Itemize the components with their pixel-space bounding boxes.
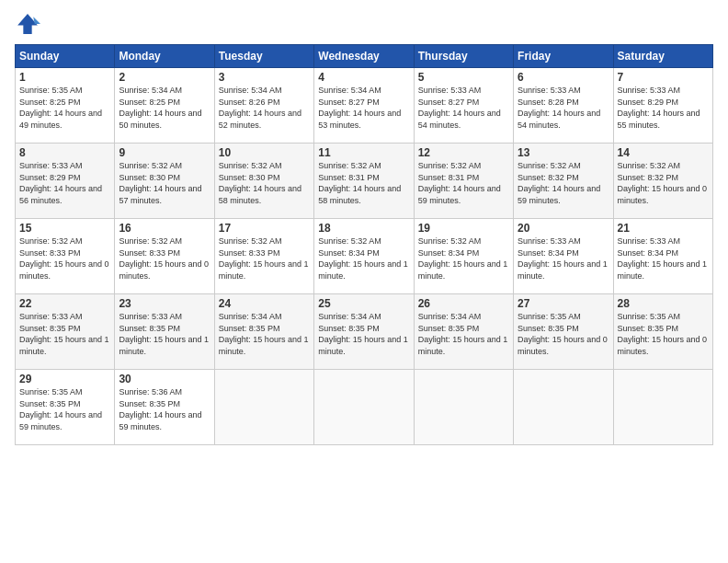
day-info: Sunrise: 5:33 AMSunset: 8:34 PMDaylight:… — [518, 236, 608, 281]
day-number: 9 — [119, 146, 210, 159]
week-row-5: 29 Sunrise: 5:35 AMSunset: 8:35 PMDaylig… — [16, 370, 713, 445]
day-info: Sunrise: 5:33 AMSunset: 8:28 PMDaylight:… — [518, 86, 600, 130]
day-info: Sunrise: 5:34 AMSunset: 8:35 PMDaylight:… — [418, 312, 508, 356]
calendar-cell: 18 Sunrise: 5:32 AMSunset: 8:34 PMDaylig… — [314, 219, 414, 294]
calendar-cell: 3 Sunrise: 5:34 AMSunset: 8:26 PMDayligh… — [214, 68, 313, 144]
calendar-cell: 14 Sunrise: 5:32 AMSunset: 8:32 PMDaylig… — [613, 144, 712, 219]
day-number: 10 — [219, 146, 310, 159]
day-number: 19 — [418, 222, 509, 235]
day-info: Sunrise: 5:32 AMSunset: 8:33 PMDaylight:… — [19, 236, 109, 281]
day-info: Sunrise: 5:35 AMSunset: 8:35 PMDaylight:… — [518, 312, 608, 356]
weekday-header-row: SundayMondayTuesdayWednesdayThursdayFrid… — [16, 45, 713, 68]
weekday-header-wednesday: Wednesday — [314, 45, 414, 68]
calendar-cell: 13 Sunrise: 5:32 AMSunset: 8:32 PMDaylig… — [514, 144, 613, 219]
calendar-cell: 24 Sunrise: 5:34 AMSunset: 8:35 PMDaylig… — [214, 294, 313, 370]
day-number: 15 — [19, 222, 110, 235]
week-row-3: 15 Sunrise: 5:32 AMSunset: 8:33 PMDaylig… — [16, 219, 713, 294]
day-info: Sunrise: 5:34 AMSunset: 8:35 PMDaylight:… — [219, 312, 309, 356]
day-info: Sunrise: 5:32 AMSunset: 8:33 PMDaylight:… — [219, 236, 309, 281]
calendar-cell — [314, 370, 414, 445]
day-number: 30 — [119, 373, 210, 385]
day-info: Sunrise: 5:33 AMSunset: 8:27 PMDaylight:… — [418, 86, 501, 130]
day-info: Sunrise: 5:33 AMSunset: 8:35 PMDaylight:… — [119, 312, 209, 356]
calendar-cell: 12 Sunrise: 5:32 AMSunset: 8:31 PMDaylig… — [414, 144, 513, 219]
calendar-cell: 7 Sunrise: 5:33 AMSunset: 8:29 PMDayligh… — [613, 68, 712, 144]
calendar-cell: 9 Sunrise: 5:32 AMSunset: 8:30 PMDayligh… — [115, 144, 214, 219]
svg-marker-0 — [17, 14, 38, 34]
day-info: Sunrise: 5:32 AMSunset: 8:32 PMDaylight:… — [618, 161, 708, 205]
day-info: Sunrise: 5:36 AMSunset: 8:35 PMDaylight:… — [119, 387, 201, 431]
calendar-cell — [613, 370, 712, 445]
day-info: Sunrise: 5:35 AMSunset: 8:25 PMDaylight:… — [19, 86, 102, 130]
day-number: 20 — [518, 222, 609, 235]
calendar-table: SundayMondayTuesdayWednesdayThursdayFrid… — [15, 44, 713, 445]
calendar-cell: 30 Sunrise: 5:36 AMSunset: 8:35 PMDaylig… — [115, 370, 214, 445]
calendar-cell: 29 Sunrise: 5:35 AMSunset: 8:35 PMDaylig… — [16, 370, 115, 445]
day-info: Sunrise: 5:32 AMSunset: 8:30 PMDaylight:… — [119, 161, 201, 205]
week-row-4: 22 Sunrise: 5:33 AMSunset: 8:35 PMDaylig… — [16, 294, 713, 370]
weekday-header-monday: Monday — [115, 45, 214, 68]
day-info: Sunrise: 5:34 AMSunset: 8:35 PMDaylight:… — [318, 312, 408, 356]
weekday-header-friday: Friday — [514, 45, 613, 68]
calendar-cell: 19 Sunrise: 5:32 AMSunset: 8:34 PMDaylig… — [414, 219, 513, 294]
calendar-cell: 2 Sunrise: 5:34 AMSunset: 8:25 PMDayligh… — [115, 68, 214, 144]
day-info: Sunrise: 5:32 AMSunset: 8:31 PMDaylight:… — [318, 161, 401, 205]
calendar-cell: 10 Sunrise: 5:32 AMSunset: 8:30 PMDaylig… — [214, 144, 313, 219]
day-info: Sunrise: 5:34 AMSunset: 8:27 PMDaylight:… — [318, 86, 401, 130]
day-number: 2 — [119, 71, 210, 84]
weekday-header-thursday: Thursday — [414, 45, 513, 68]
calendar-cell: 28 Sunrise: 5:35 AMSunset: 8:35 PMDaylig… — [613, 294, 712, 370]
calendar-cell: 8 Sunrise: 5:33 AMSunset: 8:29 PMDayligh… — [16, 144, 115, 219]
day-info: Sunrise: 5:34 AMSunset: 8:25 PMDaylight:… — [119, 86, 201, 130]
logo-icon — [15, 11, 40, 37]
weekday-header-saturday: Saturday — [613, 45, 712, 68]
day-number: 3 — [219, 71, 310, 84]
day-info: Sunrise: 5:32 AMSunset: 8:32 PMDaylight:… — [518, 161, 600, 205]
day-number: 12 — [418, 146, 509, 159]
day-info: Sunrise: 5:32 AMSunset: 8:34 PMDaylight:… — [418, 236, 508, 281]
day-number: 24 — [219, 297, 310, 310]
day-number: 13 — [518, 146, 609, 159]
calendar-cell: 26 Sunrise: 5:34 AMSunset: 8:35 PMDaylig… — [414, 294, 513, 370]
day-number: 26 — [418, 297, 509, 310]
day-info: Sunrise: 5:32 AMSunset: 8:33 PMDaylight:… — [119, 236, 209, 281]
day-number: 4 — [318, 71, 409, 84]
day-info: Sunrise: 5:35 AMSunset: 8:35 PMDaylight:… — [618, 312, 708, 356]
calendar-cell — [414, 370, 513, 445]
day-number: 23 — [119, 297, 210, 310]
weekday-header-sunday: Sunday — [16, 45, 115, 68]
day-number: 25 — [318, 297, 409, 310]
day-info: Sunrise: 5:33 AMSunset: 8:29 PMDaylight:… — [618, 86, 700, 130]
day-number: 5 — [418, 71, 509, 84]
day-number: 14 — [618, 146, 709, 159]
calendar-cell: 6 Sunrise: 5:33 AMSunset: 8:28 PMDayligh… — [514, 68, 613, 144]
day-number: 27 — [518, 297, 609, 310]
day-number: 18 — [318, 222, 409, 235]
calendar-cell: 25 Sunrise: 5:34 AMSunset: 8:35 PMDaylig… — [314, 294, 414, 370]
calendar-cell: 23 Sunrise: 5:33 AMSunset: 8:35 PMDaylig… — [115, 294, 214, 370]
weekday-header-tuesday: Tuesday — [214, 45, 313, 68]
calendar-cell: 17 Sunrise: 5:32 AMSunset: 8:33 PMDaylig… — [214, 219, 313, 294]
calendar-cell: 15 Sunrise: 5:32 AMSunset: 8:33 PMDaylig… — [16, 219, 115, 294]
day-number: 7 — [618, 71, 709, 84]
day-info: Sunrise: 5:32 AMSunset: 8:30 PMDaylight:… — [219, 161, 301, 205]
calendar-cell: 20 Sunrise: 5:33 AMSunset: 8:34 PMDaylig… — [514, 219, 613, 294]
calendar-cell: 22 Sunrise: 5:33 AMSunset: 8:35 PMDaylig… — [16, 294, 115, 370]
day-number: 16 — [119, 222, 210, 235]
day-info: Sunrise: 5:33 AMSunset: 8:35 PMDaylight:… — [19, 312, 109, 356]
day-number: 21 — [618, 222, 709, 235]
logo — [15, 11, 44, 37]
day-number: 11 — [318, 146, 409, 159]
page: SundayMondayTuesdayWednesdayThursdayFrid… — [0, 0, 728, 563]
day-number: 22 — [19, 297, 110, 310]
calendar-cell: 21 Sunrise: 5:33 AMSunset: 8:34 PMDaylig… — [613, 219, 712, 294]
calendar-cell — [214, 370, 313, 445]
day-number: 28 — [618, 297, 709, 310]
calendar-cell — [514, 370, 613, 445]
calendar-cell: 27 Sunrise: 5:35 AMSunset: 8:35 PMDaylig… — [514, 294, 613, 370]
calendar-cell: 11 Sunrise: 5:32 AMSunset: 8:31 PMDaylig… — [314, 144, 414, 219]
calendar-cell: 4 Sunrise: 5:34 AMSunset: 8:27 PMDayligh… — [314, 68, 414, 144]
calendar-cell: 5 Sunrise: 5:33 AMSunset: 8:27 PMDayligh… — [414, 68, 513, 144]
day-number: 17 — [219, 222, 310, 235]
day-info: Sunrise: 5:33 AMSunset: 8:34 PMDaylight:… — [618, 236, 708, 281]
